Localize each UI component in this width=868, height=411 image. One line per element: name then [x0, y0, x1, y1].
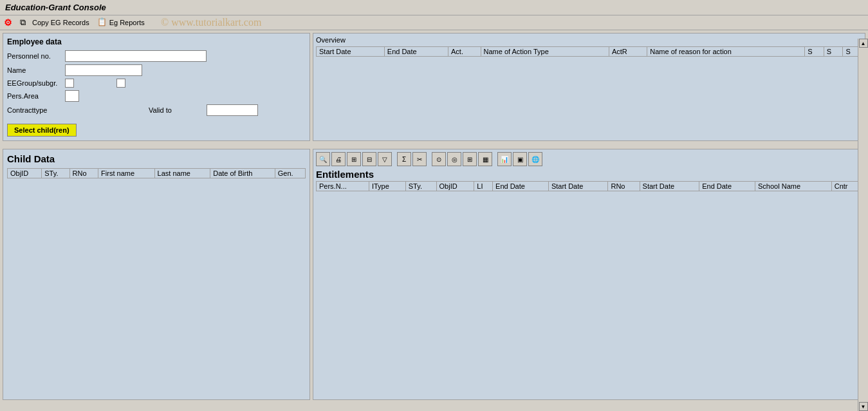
ent-col-objid: ObjID	[436, 182, 474, 191]
print-icon: 🖨	[335, 156, 342, 163]
entitlements-icon-toolbar: 🔍 🖨 ⊞ ⊟ ▽ Σ ✂ ⊙ ◎ ⊞ ▦ 📊 ▣ 🌐	[316, 152, 862, 166]
sap-icon: ⚙	[4, 17, 12, 28]
paste-icon: ◎	[452, 156, 457, 163]
overview-table: Start Date End Date Act. Name of Action …	[316, 46, 862, 57]
ent-col-start-date: Start Date	[548, 182, 608, 191]
chart-icon: 📊	[501, 156, 508, 163]
child-data-title: Child Data	[7, 153, 306, 164]
ent-col-school-name: School Name	[755, 182, 832, 191]
bottom-section: Child Data ObjID STy. RNo First name Las…	[3, 149, 865, 400]
select-children-button[interactable]: Select child(ren)	[7, 124, 77, 137]
overview-col-actr: ActR	[609, 47, 647, 57]
employee-data-title: Employee data	[7, 37, 306, 46]
pers-area-row: Pers.Area	[7, 90, 306, 102]
eegroup-checkbox[interactable]	[65, 79, 74, 88]
layout-icon: ⊞	[467, 156, 472, 163]
funnel-icon: ▽	[382, 156, 387, 163]
cut-icon: ✂	[417, 156, 422, 163]
overview-col-action-type: Name of Action Type	[481, 47, 609, 57]
filter2-icon: ⊟	[367, 156, 372, 163]
pers-area-input[interactable]	[65, 90, 79, 102]
child-col-sty: STy.	[42, 169, 69, 178]
eg-reports-label: Eg Reports	[109, 19, 145, 26]
search-icon-btn[interactable]: 🔍	[316, 152, 330, 166]
overview-panel: Overview Start Date End Date Act. Name o…	[313, 33, 865, 141]
copy-icon: ⊙	[436, 156, 441, 163]
funnel-icon-btn[interactable]: ▽	[378, 152, 392, 166]
scroll-up-arrow[interactable]: ▲	[859, 39, 868, 48]
toolbar: ⚙ ⧉ Copy EG Records 📋 Eg Reports © www.t…	[0, 15, 868, 30]
contracttype-label: Contracttype	[7, 106, 65, 114]
name-label: Name	[7, 66, 65, 74]
filter-icon-btn[interactable]: ⊞	[347, 152, 361, 166]
section-separator	[3, 144, 865, 146]
eegroup-label: EEGroup/subgr.	[7, 79, 65, 87]
grid-icon-btn[interactable]: ▦	[478, 152, 492, 166]
paste-icon-btn[interactable]: ◎	[447, 152, 461, 166]
ent-col-persn: Pers.N...	[317, 182, 369, 191]
entitlements-panel: 🔍 🖨 ⊞ ⊟ ▽ Σ ✂ ⊙ ◎ ⊞ ▦ 📊 ▣ 🌐 Entitlements	[313, 149, 865, 400]
contracttype-row: Contracttype Valid to	[7, 104, 306, 116]
overview-col-reason: Name of reason for action	[647, 47, 805, 57]
child-col-rno: RNo	[69, 169, 98, 178]
child-col-gen: Gen.	[275, 169, 305, 178]
entitlements-header-row: Pers.N... IType STy. ObjID LI End Date S…	[317, 182, 862, 191]
child-header-row: ObjID STy. RNo First name Last name Date…	[8, 169, 306, 178]
sum-icon-btn[interactable]: Σ	[397, 152, 411, 166]
eg-reports-button[interactable]: 📋 Eg Reports	[97, 17, 145, 28]
overview-col-s1: S	[805, 47, 824, 57]
overview-col-end-date: End Date	[384, 47, 448, 57]
entitlements-table: Pers.N... IType STy. ObjID LI End Date S…	[316, 181, 862, 191]
eegroup-row: EEGroup/subgr.	[7, 79, 306, 88]
filter2-icon-btn[interactable]: ⊟	[362, 152, 376, 166]
ent-col-itype: IType	[369, 182, 405, 191]
search-icon: 🔍	[319, 156, 327, 163]
child-col-lastname: Last name	[154, 169, 210, 178]
child-col-objid: ObjID	[8, 169, 42, 178]
personnel-no-input[interactable]	[65, 50, 207, 62]
child-data-table: ObjID STy. RNo First name Last name Date…	[7, 168, 306, 178]
ent-col-rno: RNo	[608, 182, 640, 191]
scroll-down-arrow[interactable]: ▼	[859, 402, 868, 411]
top-section: Employee data Personnel no. Name EEGroup…	[3, 33, 865, 141]
overview-title: Overview	[316, 36, 862, 44]
globe-icon: 🌐	[531, 156, 539, 163]
child-col-firstname: First name	[98, 169, 154, 178]
copy-eg-records-button[interactable]: ⧉ Copy EG Records	[20, 17, 89, 28]
ent-col-end-date2: End Date	[699, 182, 755, 191]
child-panel: Child Data ObjID STy. RNo First name Las…	[3, 149, 310, 400]
overview-col-start-date: Start Date	[317, 47, 385, 57]
watermark: © www.tutorialkart.com	[161, 17, 261, 28]
title-bar: Education-Grant Console	[0, 0, 868, 15]
app-title: Education-Grant Console	[5, 3, 106, 12]
scrollbar[interactable]: ▲ ▼	[858, 39, 868, 411]
name-input[interactable]	[65, 64, 142, 76]
ent-col-start-date2: Start Date	[640, 182, 699, 191]
globe-icon-btn[interactable]: 🌐	[528, 152, 542, 166]
ent-col-sty: STy.	[405, 182, 436, 191]
personnel-no-label: Personnel no.	[7, 52, 65, 60]
ent-col-end-date: End Date	[493, 182, 549, 191]
copy-eg-records-label: Copy EG Records	[32, 19, 89, 26]
select-children-row: Select child(ren)	[7, 119, 306, 137]
table-icon-btn[interactable]: ▣	[513, 152, 527, 166]
employee-panel: Employee data Personnel no. Name EEGroup…	[3, 33, 310, 141]
valid-to-label: Valid to	[149, 106, 207, 114]
name-row: Name	[7, 64, 306, 76]
overview-header-row: Start Date End Date Act. Name of Action …	[317, 47, 862, 57]
table-icon: ▣	[517, 156, 523, 163]
child-col-dob: Date of Birth	[210, 169, 275, 178]
sum-icon: Σ	[402, 156, 406, 163]
subgr-checkbox[interactable]	[116, 79, 125, 88]
copy-records-icon: ⧉	[20, 17, 30, 28]
layout-icon-btn[interactable]: ⊞	[463, 152, 477, 166]
chart-icon-btn[interactable]: 📊	[497, 152, 512, 166]
overview-col-act: Act.	[448, 47, 481, 57]
valid-to-input[interactable]	[207, 104, 258, 116]
pers-area-label: Pers.Area	[7, 92, 65, 100]
copy-icon-btn[interactable]: ⊙	[432, 152, 446, 166]
cut-icon-btn[interactable]: ✂	[412, 152, 427, 166]
grid-icon: ▦	[483, 156, 488, 163]
print-icon-btn[interactable]: 🖨	[331, 152, 346, 166]
ent-col-li: LI	[474, 182, 493, 191]
